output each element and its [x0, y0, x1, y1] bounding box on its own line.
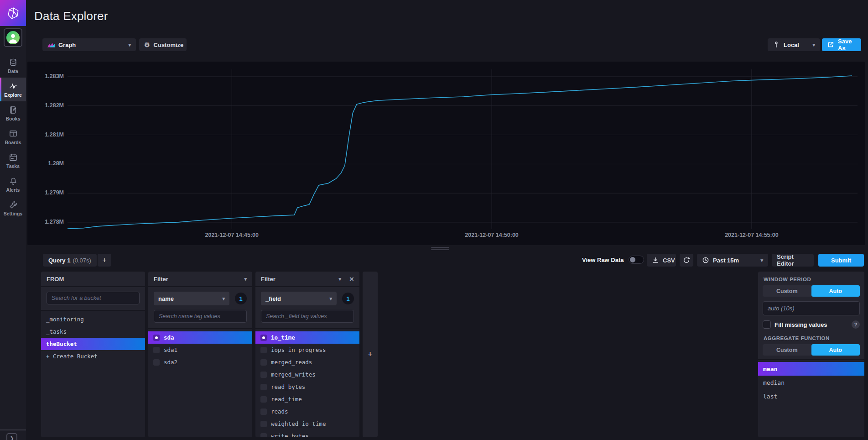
wrench-icon — [9, 200, 18, 210]
csv-download-button[interactable]: CSV — [647, 254, 676, 267]
list-item[interactable]: weighted_io_time — [255, 418, 359, 430]
influxdb-logo[interactable] — [0, 0, 26, 26]
list-item[interactable]: last — [758, 389, 864, 403]
auto-option[interactable]: Auto — [811, 285, 860, 297]
y-axis-label: 1.281M — [31, 131, 64, 138]
sidebar-item-label: Data — [8, 68, 18, 74]
view-type-label: Graph — [58, 42, 76, 48]
close-icon[interactable]: × — [349, 275, 354, 283]
expand-sidebar-icon[interactable]: ❯ — [6, 433, 17, 440]
calendar-icon — [9, 153, 18, 162]
sidebar-item-settings[interactable]: Settings — [0, 196, 26, 220]
custom-option[interactable]: Custom — [763, 285, 811, 297]
chevron-down-icon[interactable]: ▾ — [244, 276, 247, 282]
checkbox[interactable] — [260, 409, 267, 415]
checkbox[interactable] — [153, 347, 160, 353]
checkbox[interactable] — [260, 359, 267, 366]
save-as-button[interactable]: Save As — [822, 38, 861, 51]
checkbox[interactable] — [260, 421, 267, 427]
tag-key-dropdown[interactable]: _field ▾ — [261, 292, 337, 305]
list-item[interactable]: merged_reads — [255, 356, 359, 368]
help-icon[interactable]: ? — [852, 320, 860, 329]
line-chart[interactable] — [27, 62, 865, 245]
chevron-down-icon: ▾ — [222, 296, 225, 302]
filter-panel-name: Filter ▾ name ▾ 1 sdasda1sda2 — [148, 272, 252, 437]
resize-drag-handle[interactable] — [430, 247, 451, 251]
query-tab[interactable]: Query 1 (0.07s) — [43, 254, 97, 267]
aggregate-mode-toggle: Custom Auto — [763, 344, 860, 356]
list-item[interactable]: io_time — [255, 331, 359, 344]
checkbox[interactable] — [260, 347, 267, 353]
window-period-mode-toggle: Custom Auto — [763, 285, 860, 297]
list-item[interactable]: write_bytes — [255, 430, 359, 437]
checkbox[interactable] — [260, 396, 267, 403]
download-icon — [652, 257, 659, 264]
chart-series-line — [68, 76, 852, 229]
list-item[interactable]: read_time — [255, 393, 359, 405]
tag-value-search-input[interactable] — [154, 310, 247, 323]
list-item[interactable]: sda1 — [148, 344, 252, 356]
sidebar-item-alerts[interactable]: Alerts — [0, 173, 26, 196]
sidebar-item-label: Books — [5, 116, 20, 121]
bucket-search-input[interactable] — [47, 292, 140, 304]
list-item[interactable]: reads — [255, 405, 359, 418]
checkbox[interactable] — [260, 384, 267, 390]
local-dropdown[interactable]: Local ▾ — [768, 38, 820, 51]
script-editor-button[interactable]: Script Editor — [772, 254, 814, 267]
sidebar-item-books[interactable]: Books — [0, 101, 26, 125]
y-axis-label: 1.282M — [31, 102, 64, 109]
list-item[interactable]: merged_writes — [255, 368, 359, 381]
custom-option[interactable]: Custom — [763, 344, 811, 356]
filter-panel-header: Filter ▾ — [148, 272, 252, 287]
list-item[interactable]: read_bytes — [255, 381, 359, 393]
sidebar-divider — [0, 430, 26, 430]
customize-button[interactable]: ⚙ Customize — [139, 38, 187, 51]
sidebar: Data Explore Books Boards — [0, 0, 26, 440]
refresh-icon — [683, 257, 690, 264]
checkbox[interactable] — [260, 433, 267, 438]
create-bucket-button[interactable]: + Create Bucket — [41, 350, 145, 362]
view-raw-data-toggle[interactable] — [629, 256, 644, 264]
y-axis-label: 1.278M — [31, 219, 64, 225]
auto-option[interactable]: Auto — [811, 344, 860, 356]
list-item[interactable]: iops_in_progress — [255, 344, 359, 356]
list-item[interactable]: _tasks — [41, 325, 145, 338]
list-item[interactable]: sda — [148, 331, 252, 344]
add-filter-column-button[interactable]: + — [363, 272, 378, 437]
list-item[interactable]: mean — [758, 362, 864, 376]
sidebar-item-explore[interactable]: Explore — [0, 78, 26, 101]
y-axis-label: 1.279M — [31, 189, 64, 196]
filter-panel-header: Filter ▾ × — [255, 272, 359, 287]
sidebar-item-data[interactable]: Data — [0, 54, 26, 78]
list-item[interactable]: _monitoring — [41, 313, 145, 325]
sidebar-item-label: Boards — [5, 140, 21, 145]
checkbox[interactable] — [153, 335, 160, 341]
tag-value-search-input[interactable] — [261, 310, 354, 323]
sidebar-item-label: Settings — [4, 211, 22, 216]
list-item[interactable]: sda2 — [148, 356, 252, 368]
checkbox[interactable] — [260, 335, 267, 341]
sidebar-item-label: Tasks — [6, 163, 20, 169]
submit-button[interactable]: Submit — [818, 254, 864, 267]
tag-value-list: sdasda1sda2 — [148, 328, 252, 437]
timeseries-graph-panel[interactable]: 1.283M1.282M1.281M1.28M1.279M1.278M2021-… — [27, 62, 865, 245]
visualization-type-dropdown[interactable]: Graph ▾ — [42, 38, 136, 51]
chevron-down-icon: ▾ — [329, 296, 332, 302]
window-period-value[interactable]: auto (10s) — [763, 301, 860, 315]
sidebar-item-label: Explore — [4, 92, 22, 98]
dashboard-icon — [9, 129, 18, 138]
chevron-down-icon[interactable]: ▾ — [339, 276, 342, 282]
user-avatar[interactable] — [4, 28, 22, 47]
fill-missing-values-checkbox[interactable] — [763, 320, 771, 329]
add-query-button[interactable]: + — [98, 254, 111, 267]
checkbox[interactable] — [153, 359, 160, 366]
sidebar-item-boards[interactable]: Boards — [0, 125, 26, 149]
refresh-button[interactable] — [680, 254, 693, 267]
selected-count-badge: 1 — [235, 293, 247, 304]
sidebar-item-tasks[interactable]: Tasks — [0, 149, 26, 173]
list-item[interactable]: theBucket — [41, 338, 145, 350]
tag-key-dropdown[interactable]: name ▾ — [154, 292, 229, 305]
checkbox[interactable] — [260, 372, 267, 378]
list-item[interactable]: median — [758, 376, 864, 389]
time-range-dropdown[interactable]: Past 15m ▾ — [697, 254, 768, 267]
